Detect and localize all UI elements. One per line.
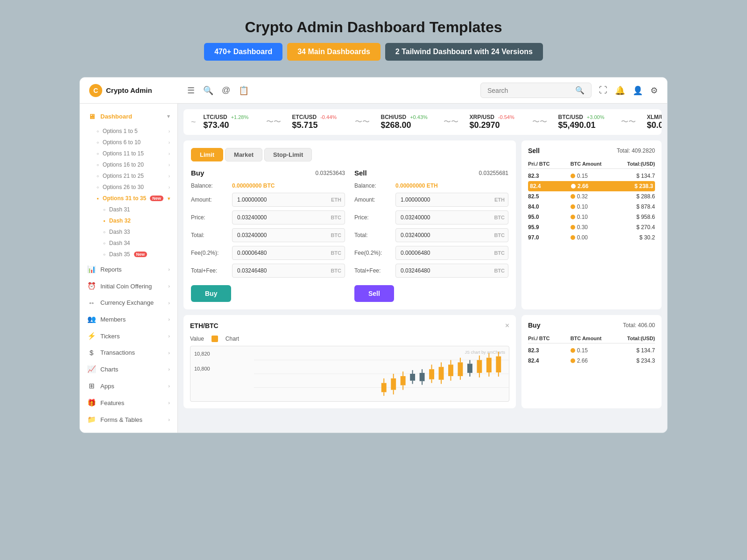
candlestick-chart — [254, 346, 509, 401]
subitem-options-21-25[interactable]: ○ Options 21 to 25 › — [80, 170, 177, 182]
sell-balance-row: Balance: 0.00000000 ETH — [354, 182, 508, 189]
right-icons: ⛶ 🔔 👤 ⚙ — [599, 85, 658, 96]
dash-34[interactable]: ○ Dash 34 — [80, 238, 177, 249]
clipboard-icon[interactable]: 📋 — [239, 85, 249, 96]
sell-section-header: Sell 0.03255681 — [354, 169, 508, 177]
gear-icon[interactable]: ⚙ — [650, 85, 658, 96]
chart-legend-label: Chart — [226, 336, 239, 342]
bottom-grid: ETH/BTC × Value Chart 10,820 10,800 — [183, 315, 662, 408]
tab-market[interactable]: Market — [225, 148, 262, 161]
sell-button[interactable]: Sell — [354, 285, 394, 302]
svg-rect-24 — [448, 364, 453, 376]
buy-total-wrap[interactable]: BTC — [232, 228, 345, 242]
subitem-options-1-5[interactable]: ○ Options 1 to 5 › — [80, 126, 177, 137]
user-icon[interactable]: 👤 — [633, 85, 643, 96]
buy-amount-input[interactable] — [232, 193, 345, 207]
value-legend: Value — [190, 336, 204, 342]
sidebar-item-apps[interactable]: ⊞ Apps › — [80, 378, 177, 394]
sell-price-input[interactable] — [395, 210, 508, 224]
sparkline-3: 〜〜 — [444, 117, 458, 127]
sidebar-item-currency[interactable]: ↔ Currency Exchange › — [80, 294, 177, 311]
chart-title: ETH/BTC — [190, 322, 218, 329]
buy-totalfee-row: Total+Fee: BTC — [191, 264, 345, 278]
sub-dot: ○ — [103, 230, 106, 234]
buy-amount-wrap[interactable]: ETH — [232, 193, 345, 207]
search-nav-icon[interactable]: 🔍 — [203, 85, 213, 96]
buy-total-row: Total: BTC — [191, 228, 345, 242]
sell-fee-wrap[interactable]: BTC — [395, 246, 508, 260]
reports-label: Reports — [100, 266, 163, 273]
subitem-options-6-10[interactable]: ○ Options 6 to 10 › — [80, 137, 177, 148]
sidebar-item-ico[interactable]: ⏰ Initial Coin Offering › — [80, 278, 177, 294]
sell-title: Sell — [354, 169, 367, 177]
sidebar-item-tickers[interactable]: ⚡ Tickers › — [80, 328, 177, 344]
sell-ob-cols: Pri./ BTC BTC Amount Total:(USD) — [528, 159, 655, 169]
sub-dot: ○ — [97, 140, 99, 145]
logo-text: Crypto Admin — [106, 86, 152, 94]
buy-price-wrap[interactable]: BTC — [232, 210, 345, 224]
reports-icon: 📊 — [87, 265, 96, 273]
features-arrow: › — [168, 400, 170, 406]
buy-ob-row-2: 82.4 2.66 $ 234.3 — [528, 356, 655, 366]
currency-label: Currency Exchange — [100, 299, 163, 306]
forms-icon: 📁 — [87, 415, 96, 424]
search-input[interactable] — [487, 87, 571, 94]
sell-total-wrap[interactable]: BTC — [395, 228, 508, 242]
svg-rect-12 — [410, 374, 416, 381]
sidebar-item-transactions[interactable]: $ Transactions › — [80, 344, 177, 361]
sell-ob-row-1: 82.3 0.15 $ 134.7 — [528, 171, 655, 181]
tab-stop-limit[interactable]: Stop-Limit — [264, 148, 312, 161]
buy-total-input[interactable] — [232, 228, 345, 242]
sidebar-item-members[interactable]: 👥 Members › — [80, 311, 177, 328]
expand-icon[interactable]: ⛶ — [599, 85, 607, 95]
tab-limit[interactable]: Limit — [191, 148, 223, 161]
ticker-btc: BTC/USD +3.00% $5,490.01 — [558, 114, 610, 130]
buy-fee-input[interactable] — [232, 246, 345, 260]
at-icon[interactable]: @ — [222, 85, 230, 95]
chart-panel: ETH/BTC × Value Chart 10,820 10,800 — [183, 315, 516, 408]
hamburger-icon[interactable]: ☰ — [187, 85, 195, 96]
search-area[interactable]: 🔍 — [480, 83, 592, 98]
legend-box — [211, 336, 218, 342]
sidebar-item-forms[interactable]: 📁 Forms & Tables › — [80, 411, 177, 428]
buy-totalfee-input[interactable] — [232, 264, 345, 278]
sell-totalfee-input[interactable] — [395, 264, 508, 278]
buy-button[interactable]: Buy — [191, 285, 231, 302]
dash-32[interactable]: ● Dash 32 — [80, 215, 177, 226]
sell-section: Sell 0.03255681 Balance: 0.00000000 ETH … — [354, 169, 508, 302]
dash-31[interactable]: ○ Dash 31 — [80, 204, 177, 215]
buy-ob-row-1: 82.3 0.15 $ 134.7 — [528, 345, 655, 356]
sidebar-item-reports[interactable]: 📊 Reports › — [80, 261, 177, 278]
sidebar-item-features[interactable]: 🎁 Features › — [80, 394, 177, 411]
svg-rect-39 — [496, 357, 501, 372]
subitem-options-11-15[interactable]: ○ Options 11 to 15 › — [80, 148, 177, 159]
sell-fee-input[interactable] — [395, 246, 508, 260]
subitem-options-26-30[interactable]: ○ Options 26 to 30 › — [80, 182, 177, 193]
title-section: Crypto Admin Dashboard Templates 470+ Da… — [79, 9, 668, 77]
svg-rect-6 — [391, 378, 396, 390]
dash-33[interactable]: ○ Dash 33 — [80, 226, 177, 238]
sell-price-wrap[interactable]: BTC — [395, 210, 508, 224]
sell-total-input[interactable] — [395, 228, 508, 242]
sidebar-item-charts[interactable]: 📈 Charts › — [80, 361, 177, 378]
sell-amount-wrap[interactable]: ETH — [395, 193, 508, 207]
chart-legend: Value Chart — [190, 336, 509, 342]
subitem-options-16-20[interactable]: ○ Options 16 to 20 › — [80, 159, 177, 170]
buy-price-input[interactable] — [232, 210, 345, 224]
buy-totalfee-wrap[interactable]: BTC — [232, 264, 345, 278]
sell-amount-input[interactable] — [395, 193, 508, 207]
bell-icon[interactable]: 🔔 — [615, 85, 625, 96]
dash-35[interactable]: ○ Dash 35 New — [80, 249, 177, 260]
sell-amount-row: Amount: ETH — [354, 193, 508, 207]
sell-totalfee-wrap[interactable]: BTC — [395, 264, 508, 278]
chart-close-button[interactable]: × — [505, 322, 509, 330]
sell-ob-row-3: 82.5 0.32 $ 288.6 — [528, 191, 655, 202]
buy-title: Buy — [191, 169, 204, 177]
dashboard-icon: 🖥 — [87, 112, 96, 120]
subitem-options-31-35[interactable]: ● Options 31 to 35 New ▾ — [80, 193, 177, 204]
svg-rect-27 — [458, 362, 463, 376]
sidebar-item-dashboard[interactable]: 🖥 Dashboard ▾ — [80, 108, 177, 125]
sell-price-row: Price: BTC — [354, 210, 508, 224]
buy-fee-wrap[interactable]: BTC — [232, 246, 345, 260]
sidebar: 🖥 Dashboard ▾ ○ Options 1 to 5 › ○ Optio… — [80, 104, 178, 433]
